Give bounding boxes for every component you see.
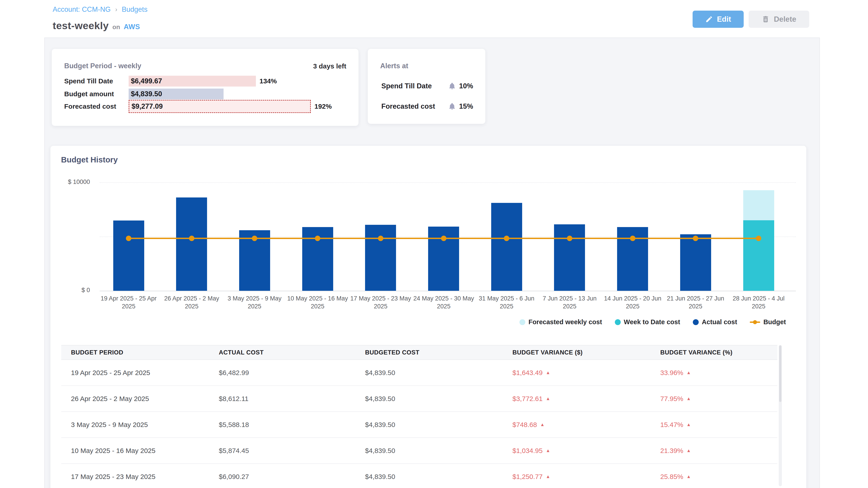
trash-icon xyxy=(762,15,770,23)
cell-actual-cost: $5,874.45 xyxy=(209,447,355,455)
metric-label: Forecasted cost xyxy=(64,103,129,110)
variance-value: $1,643.49 xyxy=(513,369,542,377)
cell-actual-cost: $6,090.27 xyxy=(209,473,355,481)
budget-point[interactable] xyxy=(189,236,194,241)
actual-cost-bar[interactable] xyxy=(554,224,585,291)
alert-threshold-value: 15% xyxy=(459,102,473,110)
cell-budget-variance-pct: 25.85%▲ xyxy=(651,473,777,481)
delete-button[interactable]: Delete xyxy=(749,11,809,28)
table-row: 19 Apr 2025 - 25 Apr 2025$6,482.99$4,839… xyxy=(61,360,777,386)
cell-budget-variance-pct: 33.96%▲ xyxy=(651,369,777,377)
cell-budget-variance-pct: 21.39%▲ xyxy=(651,447,777,455)
budget-point[interactable] xyxy=(441,236,446,241)
variance-up-triangle-icon: ▲ xyxy=(686,370,691,375)
legend-marker-line-dot xyxy=(750,322,760,323)
x-axis-label: 17 May 2025 - 23 May 2025 xyxy=(349,295,412,311)
metric-percent: 192% xyxy=(314,103,332,110)
bell-icon xyxy=(448,103,456,110)
breadcrumb-account-link[interactable]: Account: CCM-NG xyxy=(53,5,111,13)
title-connector: on xyxy=(112,24,120,31)
actual-cost-bar[interactable] xyxy=(491,203,522,291)
x-axis-label: 26 Apr 2025 - 2 May 2025 xyxy=(160,295,223,311)
table-body: 19 Apr 2025 - 25 Apr 2025$6,482.99$4,839… xyxy=(61,360,777,488)
table-scrollbar-thumb[interactable] xyxy=(779,346,781,402)
table-header-cell: BUDGET VARIANCE (%) xyxy=(651,349,777,356)
legend-item-actual-cost[interactable]: Actual cost xyxy=(693,318,737,326)
variance-value: 25.85% xyxy=(660,473,683,481)
legend-marker-circle xyxy=(615,319,621,325)
cell-budget-variance-usd: $1,034.95▲ xyxy=(503,447,651,455)
cell-budgeted-cost: $4,839.50 xyxy=(355,369,503,377)
alert-label: Forecasted cost xyxy=(381,102,435,110)
alert-threshold: 10% xyxy=(448,82,473,90)
metric-value: $4,839.50 xyxy=(129,90,162,98)
cell-budget-period: 3 May 2025 - 9 May 2025 xyxy=(61,421,209,429)
variance-up-triangle-icon: ▲ xyxy=(546,370,550,375)
budget-point[interactable] xyxy=(756,236,761,241)
legend-item-week-to-date-cost[interactable]: Week to Date cost xyxy=(615,318,680,326)
variance-value: $1,250.77 xyxy=(513,473,542,481)
variance-value: 33.96% xyxy=(660,369,683,377)
variance-up-triangle-icon: ▲ xyxy=(686,474,691,479)
budget-point[interactable] xyxy=(630,236,636,241)
x-axis-label: 21 Jun 2025 - 27 Jun 2025 xyxy=(664,295,727,311)
budget-point[interactable] xyxy=(378,236,383,241)
legend-item-budget[interactable]: Budget xyxy=(750,318,786,326)
breadcrumb-budgets-link[interactable]: Budgets xyxy=(122,5,148,13)
metric-meter-forecast: $9,277.09 xyxy=(129,100,311,113)
cloud-provider-label: AWS xyxy=(124,23,140,31)
cell-budgeted-cost: $4,839.50 xyxy=(355,421,503,429)
metric-label: Budget amount xyxy=(64,90,129,98)
x-axis-label: 7 Jun 2025 - 13 Jun 2025 xyxy=(538,295,601,311)
actual-cost-bar[interactable] xyxy=(176,197,207,291)
days-left-label: 3 days left xyxy=(313,62,346,70)
legend-label: Week to Date cost xyxy=(624,318,680,326)
actual-cost-bar[interactable] xyxy=(113,221,144,291)
budget-point[interactable] xyxy=(567,236,572,241)
alert-threshold: 15% xyxy=(448,102,473,110)
budget-point[interactable] xyxy=(693,236,698,241)
metric-row-budget: Budget amount$4,839.50 xyxy=(64,88,352,101)
metric-row-forecast: Forecasted cost$9,277.09192% xyxy=(64,100,352,113)
alert-row: Forecasted cost15% xyxy=(381,100,473,112)
variance-up-triangle-icon: ▲ xyxy=(546,396,550,401)
budget-history-card: Budget History $ 10000$ 0 19 Apr 2025 - … xyxy=(50,145,807,488)
delete-button-label: Delete xyxy=(774,15,796,24)
cell-budgeted-cost: $4,839.50 xyxy=(355,395,503,402)
metric-row-spend: Spend Till Date$6,499.67134% xyxy=(64,74,352,88)
table-row: 10 May 2025 - 16 May 2025$5,874.45$4,839… xyxy=(61,438,777,464)
legend-marker-dot xyxy=(753,320,757,324)
table-row: 17 May 2025 - 23 May 2025$6,090.27$4,839… xyxy=(61,464,777,488)
alert-threshold-value: 10% xyxy=(459,82,473,90)
x-axis-label: 24 May 2025 - 30 May 2025 xyxy=(412,295,475,311)
week-to-date-cost-bar[interactable] xyxy=(743,220,774,291)
legend-label: Budget xyxy=(763,318,786,326)
legend-marker-circle xyxy=(520,319,525,325)
legend-marker-circle xyxy=(693,319,699,325)
budget-history-table: BUDGET PERIODACTUAL COSTBUDGETED COSTBUD… xyxy=(61,345,777,488)
cell-budgeted-cost: $4,839.50 xyxy=(355,473,503,481)
cell-budget-variance-usd: $1,250.77▲ xyxy=(503,473,651,481)
chevron-right-icon: › xyxy=(115,6,117,13)
budget-detail-page: Account: CCM-NG › Budgets test-weekly on… xyxy=(0,0,868,488)
variance-value: 15.47% xyxy=(660,421,683,429)
legend-item-forecasted-weekly-cost[interactable]: Forecasted weekly cost xyxy=(520,318,602,326)
budget-point[interactable] xyxy=(126,236,131,241)
table-row: 3 May 2025 - 9 May 2025$5,588.18$4,839.5… xyxy=(61,412,777,438)
budget-point[interactable] xyxy=(315,236,320,241)
x-axis-label: 19 Apr 2025 - 25 Apr 2025 xyxy=(97,295,160,311)
cell-budget-variance-usd: $1,643.49▲ xyxy=(503,369,651,377)
table-header-cell: BUDGET PERIOD xyxy=(61,349,209,356)
forecasted-weekly-cost-bar[interactable] xyxy=(743,190,774,220)
cell-actual-cost: $6,482.99 xyxy=(209,369,355,377)
budget-point[interactable] xyxy=(504,236,509,241)
table-scrollbar[interactable] xyxy=(779,345,782,486)
budget-history-title: Budget History xyxy=(61,155,118,164)
x-axis-label: 28 Jun 2025 - 4 Jul 2025 xyxy=(727,295,790,311)
budget-point[interactable] xyxy=(252,236,257,241)
variance-value: $748.68 xyxy=(513,421,537,429)
actual-cost-bar[interactable] xyxy=(680,234,711,291)
actual-cost-bar[interactable] xyxy=(365,225,396,291)
edit-button[interactable]: Edit xyxy=(692,11,744,28)
cell-actual-cost: $5,588.18 xyxy=(209,421,355,429)
